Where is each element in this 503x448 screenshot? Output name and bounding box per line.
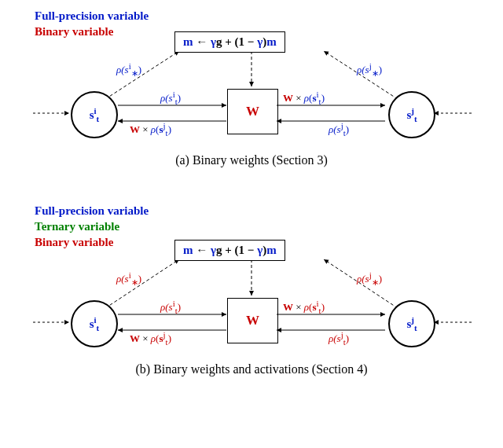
label-rho-sj-star-b: ρ(sj∗) (357, 270, 382, 288)
legend-full-precision-b: Full-precision variable (35, 204, 149, 218)
label-w-rho-sj-b: W × ρ(sjt) (130, 330, 171, 347)
legend-binary-b: Binary variable (35, 236, 113, 249)
label-w-rho-si-b: W × ρ(sit) (283, 299, 325, 315)
state-node-sj-b: sjt (388, 300, 435, 347)
label-rho-si-star-a: ρ(si∗) (116, 61, 141, 79)
label-rho-sj-t-b: ρ(sjt) (329, 330, 349, 347)
legend-full-precision-a: Full-precision variable (35, 9, 149, 23)
moving-avg-eq-a: m ← γg + (1 − γ)m (174, 31, 285, 53)
legend-binary-a: Binary variable (35, 25, 113, 39)
label-rho-si-t-a: ρ(sit) (160, 90, 181, 106)
label-w-rho-sj-a: W × ρ(sjt) (130, 121, 171, 138)
state-node-si-a: sit (71, 91, 118, 138)
label-rho-si-star-b: ρ(si∗) (116, 270, 141, 288)
state-node-sj-a: sjt (388, 91, 435, 138)
label-rho-sj-star-a: ρ(sj∗) (357, 61, 382, 79)
label-rho-si-t-b: ρ(sit) (160, 299, 181, 315)
moving-avg-eq-b: m ← γg + (1 − γ)m (174, 240, 285, 261)
weight-box-a: W (227, 89, 278, 134)
caption-a: (a) Binary weights (Section 3) (0, 153, 503, 167)
label-rho-sj-t-a: ρ(sjt) (329, 121, 349, 138)
caption-b: (b) Binary weights and activations (Sect… (0, 362, 503, 376)
weight-box-b: W (227, 298, 278, 343)
state-node-si-b: sit (71, 300, 118, 347)
label-w-rho-si-a: W × ρ(sit) (283, 90, 325, 106)
legend-ternary-b: Ternary variable (35, 220, 119, 233)
